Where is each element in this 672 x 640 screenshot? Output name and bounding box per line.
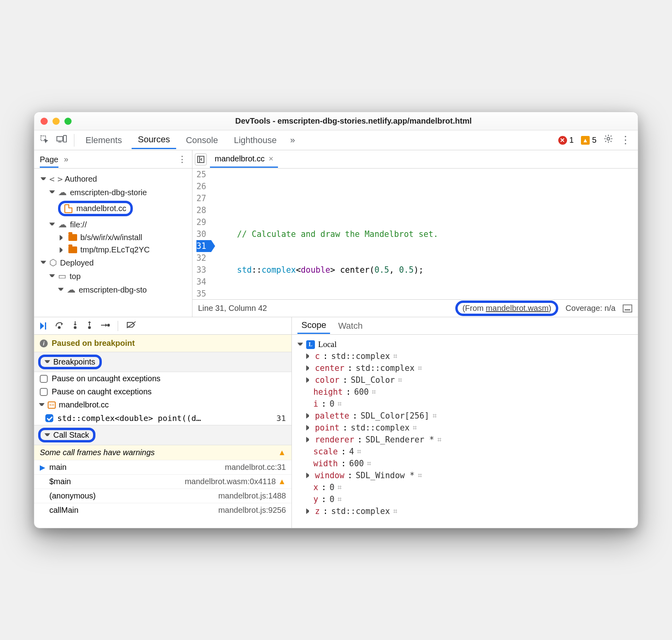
tree-folder[interactable]: tmp/tmp.ELcTq2YC bbox=[36, 244, 190, 256]
editor-tab[interactable]: mandelbrot.cc× bbox=[210, 151, 278, 168]
tree-group-authored[interactable]: < >Authored bbox=[36, 173, 190, 186]
memory-icon[interactable]: ⌗ bbox=[413, 423, 417, 432]
svg-point-12 bbox=[89, 326, 91, 328]
inspect-element-icon[interactable] bbox=[37, 135, 51, 146]
scope-variable[interactable]: x: 0 ⌗ bbox=[296, 481, 634, 493]
breakpoint-checkbox[interactable] bbox=[45, 414, 53, 422]
resume-button[interactable] bbox=[39, 322, 48, 330]
errors-count: 1 bbox=[569, 136, 574, 145]
navigator-menu-icon[interactable]: ⋮ bbox=[178, 154, 186, 165]
memory-icon[interactable]: ⌗ bbox=[398, 376, 402, 384]
scope-variable[interactable]: scale: 4 ⌗ bbox=[296, 446, 634, 458]
scope-variable[interactable]: y: 0 ⌗ bbox=[296, 493, 634, 505]
file-icon bbox=[64, 204, 72, 213]
callstack-frame[interactable]: $mainmandelbrot.wasm:0x4118 ▲ bbox=[34, 474, 291, 489]
window-title: DevTools - emscripten-dbg-stories.netlif… bbox=[76, 116, 631, 126]
step-into-button[interactable] bbox=[72, 320, 79, 332]
cursor-position: Line 31, Column 42 bbox=[198, 304, 267, 313]
info-icon: i bbox=[40, 339, 48, 347]
scope-variable[interactable]: renderer: SDL_Renderer * ⌗ bbox=[296, 434, 634, 446]
scope-variable[interactable]: point: std::complex ⌗ bbox=[296, 422, 634, 434]
toggle-navigator-icon[interactable] bbox=[195, 153, 207, 165]
svg-rect-1 bbox=[57, 136, 63, 141]
tab-sources[interactable]: Sources bbox=[132, 131, 177, 149]
tree-file-proto[interactable]: ☁file:// bbox=[36, 218, 190, 231]
step-out-button[interactable] bbox=[86, 320, 93, 332]
memory-icon[interactable]: ⌗ bbox=[418, 364, 422, 372]
memory-icon[interactable]: ⌗ bbox=[367, 459, 371, 468]
debugger-pane: i Paused on breakpoint Breakpoints Pause… bbox=[34, 317, 292, 528]
memory-icon[interactable]: ⌗ bbox=[437, 435, 441, 444]
breakpoint-entry[interactable]: std::complex<double> point((d…31 bbox=[34, 411, 291, 425]
memory-icon[interactable]: ⌗ bbox=[372, 388, 376, 396]
folder-icon bbox=[68, 234, 77, 241]
tree-origin[interactable]: ☁emscripten-dbg-storie bbox=[36, 186, 190, 199]
tab-console[interactable]: Console bbox=[179, 132, 224, 149]
breakpoints-section-header[interactable]: Breakpoints bbox=[34, 352, 291, 372]
folder-icon bbox=[68, 246, 77, 253]
scope-variable[interactable]: z: std::complex ⌗ bbox=[296, 505, 634, 517]
memory-icon[interactable]: ⌗ bbox=[338, 400, 342, 408]
pause-caught-checkbox[interactable]: Pause on caught exceptions bbox=[34, 385, 291, 398]
step-button[interactable] bbox=[100, 321, 110, 331]
memory-icon[interactable]: ⌗ bbox=[393, 352, 397, 361]
tree-folder[interactable]: b/s/w/ir/x/w/install bbox=[36, 231, 190, 244]
scope-variable[interactable]: color: SDL_Color ⌗ bbox=[296, 374, 634, 386]
tab-elements[interactable]: Elements bbox=[79, 132, 128, 149]
code-content[interactable]: // Calculate and draw the Mandelbrot set… bbox=[211, 169, 638, 299]
memory-icon[interactable]: ⌗ bbox=[338, 483, 342, 492]
memory-icon[interactable]: ⌗ bbox=[393, 507, 397, 516]
zoom-window-button[interactable] bbox=[64, 118, 72, 125]
tree-group-deployed[interactable]: ⬡Deployed bbox=[36, 256, 190, 270]
close-window-button[interactable] bbox=[41, 118, 48, 125]
breakpoint-file[interactable]: <>mandelbrot.cc bbox=[34, 398, 291, 411]
scope-variable[interactable]: height: 600 ⌗ bbox=[296, 386, 634, 398]
scope-variable[interactable]: width: 600 ⌗ bbox=[296, 458, 634, 469]
callstack-frame[interactable]: ▶mainmandelbrot.cc:31 bbox=[34, 460, 291, 474]
source-editor: mandelbrot.cc× 25 26 27 28 29 30 31 32 3… bbox=[192, 150, 638, 317]
scope-variable[interactable]: window: SDL_Window * ⌗ bbox=[296, 469, 634, 481]
deactivate-breakpoints-button[interactable] bbox=[126, 321, 136, 331]
scope-variable[interactable]: i: 0 ⌗ bbox=[296, 398, 634, 410]
device-toolbar-icon[interactable] bbox=[54, 135, 69, 146]
memory-icon[interactable]: ⌗ bbox=[357, 447, 361, 456]
more-menu-icon[interactable]: ⋮ bbox=[620, 134, 631, 146]
tree-frame-top[interactable]: ▭top bbox=[36, 270, 190, 283]
callstack-frame[interactable]: callMainmandelbrot.js:9256 bbox=[34, 503, 291, 517]
scope-variable[interactable]: palette: SDL_Color[256] ⌗ bbox=[296, 410, 634, 422]
cube-icon: ⬡ bbox=[49, 258, 57, 268]
pause-uncaught-checkbox[interactable]: Pause on uncaught exceptions bbox=[34, 372, 291, 385]
scope-local-header[interactable]: LLocal bbox=[296, 339, 634, 350]
line-gutter[interactable]: 25 26 27 28 29 30 31 32 33 34 35 36 37 bbox=[192, 169, 211, 299]
devtools-window: DevTools - emscripten-dbg-stories.netlif… bbox=[34, 112, 638, 528]
navigator-more-tabs-icon[interactable]: » bbox=[64, 155, 68, 164]
file-tree: < >Authored ☁emscripten-dbg-storie mande… bbox=[34, 169, 192, 301]
tab-lighthouse[interactable]: Lighthouse bbox=[227, 132, 283, 149]
tree-origin[interactable]: ☁emscripten-dbg-sto bbox=[36, 283, 190, 297]
close-tab-icon[interactable]: × bbox=[269, 154, 274, 163]
memory-icon[interactable]: ⌗ bbox=[418, 471, 422, 480]
step-over-button[interactable] bbox=[55, 321, 64, 331]
source-file-icon: <> bbox=[48, 401, 56, 409]
more-tabs-icon[interactable]: » bbox=[286, 135, 299, 145]
minimize-window-button[interactable] bbox=[52, 118, 60, 125]
source-from-link[interactable]: (From mandelbrot.wasm) bbox=[455, 301, 558, 316]
scope-variable[interactable]: center: std::complex ⌗ bbox=[296, 362, 634, 374]
svg-point-8 bbox=[58, 326, 60, 328]
tree-file-selected[interactable]: mandelbrot.cc bbox=[36, 199, 190, 218]
window-titlebar: DevTools - emscripten-dbg-stories.netlif… bbox=[34, 112, 638, 130]
navigator-tab-page[interactable]: Page bbox=[40, 155, 58, 168]
pause-reason: i Paused on breakpoint bbox=[34, 335, 291, 352]
settings-icon[interactable] bbox=[604, 134, 613, 146]
scope-variable[interactable]: c: std::complex ⌗ bbox=[296, 350, 634, 362]
memory-icon[interactable]: ⌗ bbox=[338, 495, 342, 504]
frame-icon: ▭ bbox=[58, 271, 66, 281]
callstack-section-header[interactable]: Call Stack bbox=[34, 425, 291, 445]
memory-icon[interactable]: ⌗ bbox=[433, 411, 437, 420]
watch-tab[interactable]: Watch bbox=[334, 318, 367, 334]
warnings-badge[interactable]: ▲ 5 bbox=[581, 136, 596, 145]
scope-tab[interactable]: Scope bbox=[297, 318, 330, 334]
toggle-drawer-icon[interactable] bbox=[623, 304, 632, 312]
callstack-frame[interactable]: (anonymous)mandelbrot.js:1488 bbox=[34, 489, 291, 503]
errors-badge[interactable]: ✕ 1 bbox=[558, 136, 574, 145]
